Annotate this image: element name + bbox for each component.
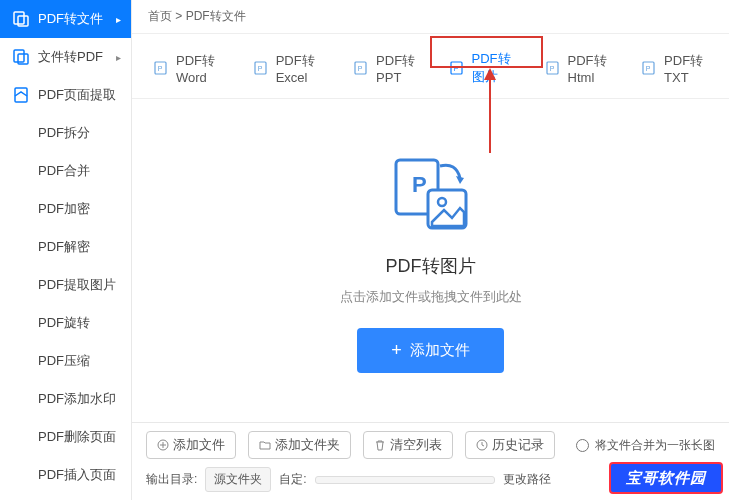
sidebar-file-to-pdf[interactable]: 文件转PDF ▸ [0, 38, 131, 76]
svg-text:P: P [453, 65, 458, 72]
sidebar-label: PDF加密 [38, 200, 90, 218]
sidebar-pdf-extract-images[interactable]: PDF提取图片 [0, 266, 131, 304]
sidebar-label: PDF合并 [38, 162, 90, 180]
pdf-to-file-icon [12, 10, 30, 28]
tab-label: PDF转Html [568, 52, 613, 85]
output-dir-label: 输出目录: [146, 471, 197, 488]
sidebar-pdf-to-file[interactable]: PDF转文件 ▸ [0, 0, 131, 38]
tab-pdf-to-word[interactable]: P PDF转Word [150, 44, 228, 98]
pdf-to-image-hero-icon: P [386, 148, 476, 238]
svg-rect-0 [14, 12, 24, 24]
source-folder-field[interactable]: 源文件夹 [205, 467, 271, 492]
breadcrumb-current: PDF转文件 [186, 9, 246, 23]
breadcrumb-separator: > [175, 9, 185, 23]
custom-label: 自定: [279, 471, 306, 488]
tab-label: PDF转Word [176, 52, 224, 85]
add-file-button[interactable]: + 添加文件 [357, 328, 504, 373]
tab-pdf-to-txt[interactable]: P PDF转TXT [638, 44, 711, 98]
sidebar-label: PDF解密 [38, 238, 90, 256]
btn-label: 添加文件 [173, 436, 225, 454]
conversion-tabs: P PDF转Word P PDF转Excel P PDF转PPT P PDF转图… [132, 34, 729, 99]
sidebar-label: PDF压缩 [38, 352, 90, 370]
sidebar-pdf-extract-pages[interactable]: PDF页面提取 [0, 76, 131, 114]
sidebar: PDF转文件 ▸ 文件转PDF ▸ PDF页面提取 PDF拆分 PDF合并 PD… [0, 0, 132, 500]
sidebar-label: 文件转PDF [38, 48, 103, 66]
breadcrumb-home[interactable]: 首页 [148, 9, 172, 23]
change-path-link[interactable]: 更改路径 [503, 471, 551, 488]
hero-title: PDF转图片 [386, 254, 476, 278]
tab-label: PDF转图片 [472, 50, 516, 86]
sidebar-pdf-watermark[interactable]: PDF添加水印 [0, 380, 131, 418]
history-button[interactable]: 历史记录 [465, 431, 555, 459]
sidebar-label: PDF转文件 [38, 10, 103, 28]
bottom-toolbar: 添加文件 添加文件夹 清空列表 历史记录 将文件合并为一张长图 [132, 422, 729, 500]
btn-label: 历史记录 [492, 436, 544, 454]
clear-list-button[interactable]: 清空列表 [363, 431, 453, 459]
clock-icon [476, 439, 488, 451]
sidebar-pdf-decrypt[interactable]: PDF解密 [0, 228, 131, 266]
svg-text:P: P [358, 65, 363, 72]
merge-to-long-image-option[interactable]: 将文件合并为一张长图 [576, 437, 715, 454]
btn-label: 添加文件夹 [275, 436, 340, 454]
extract-pages-icon [12, 86, 30, 104]
sidebar-label: PDF删除页面 [38, 428, 116, 446]
sidebar-pdf-split[interactable]: PDF拆分 [0, 114, 131, 152]
tab-pdf-to-ppt[interactable]: P PDF转PPT [350, 44, 423, 98]
add-file-label: 添加文件 [410, 341, 470, 360]
merge-label: 将文件合并为一张长图 [595, 437, 715, 454]
svg-text:P: P [412, 172, 427, 197]
tab-label: PDF转TXT [664, 52, 707, 85]
sidebar-pdf-compress[interactable]: PDF压缩 [0, 342, 131, 380]
sidebar-pdf-insert-pages[interactable]: PDF插入页面 [0, 456, 131, 494]
pdf-word-icon: P [154, 60, 170, 76]
svg-text:P: P [257, 65, 262, 72]
file-to-pdf-icon [12, 48, 30, 66]
pdf-image-icon: P [450, 60, 466, 76]
tab-pdf-to-excel[interactable]: P PDF转Excel [250, 44, 328, 98]
pdf-excel-icon: P [254, 60, 270, 76]
sidebar-pdf-encrypt[interactable]: PDF加密 [0, 190, 131, 228]
sidebar-pdf-merge[interactable]: PDF合并 [0, 152, 131, 190]
tab-label: PDF转Excel [276, 52, 324, 85]
drop-zone[interactable]: P PDF转图片 点击添加文件或拖拽文件到此处 + 添加文件 [132, 99, 729, 422]
pdf-txt-icon: P [642, 60, 658, 76]
svg-marker-19 [456, 176, 464, 184]
tab-pdf-to-html[interactable]: P PDF转Html [542, 44, 617, 98]
svg-text:P: P [158, 65, 163, 72]
breadcrumb: 首页 > PDF转文件 [132, 0, 729, 34]
sidebar-pdf-delete-pages[interactable]: PDF删除页面 [0, 418, 131, 456]
sidebar-label: PDF旋转 [38, 314, 90, 332]
sidebar-label: PDF页面提取 [38, 86, 116, 104]
sidebar-label: PDF添加水印 [38, 390, 116, 408]
svg-text:P: P [549, 65, 554, 72]
main-panel: 首页 > PDF转文件 P PDF转Word P PDF转Excel P PDF… [132, 0, 729, 500]
custom-path-field[interactable] [315, 476, 495, 484]
sidebar-label: PDF拆分 [38, 124, 90, 142]
folder-icon [259, 439, 271, 451]
add-folder-button[interactable]: 添加文件夹 [248, 431, 351, 459]
tab-label: PDF转PPT [376, 52, 419, 85]
trash-icon [374, 439, 386, 451]
add-file-mini-button[interactable]: 添加文件 [146, 431, 236, 459]
svg-rect-2 [14, 50, 24, 62]
sidebar-pdf-rotate[interactable]: PDF旋转 [0, 304, 131, 342]
pdf-ppt-icon: P [354, 60, 370, 76]
svg-text:P: P [646, 65, 651, 72]
tab-pdf-to-image[interactable]: P PDF转图片 [446, 44, 520, 98]
plus-circle-icon [157, 439, 169, 451]
plus-icon: + [391, 340, 402, 361]
hero-subtitle: 点击添加文件或拖拽文件到此处 [340, 288, 522, 306]
merge-radio[interactable] [576, 439, 589, 452]
chevron-right-icon: ▸ [116, 52, 121, 63]
pdf-html-icon: P [546, 60, 562, 76]
sidebar-label: PDF提取图片 [38, 276, 116, 294]
sidebar-label: PDF插入页面 [38, 466, 116, 484]
btn-label: 清空列表 [390, 436, 442, 454]
chevron-right-icon: ▸ [116, 14, 121, 25]
